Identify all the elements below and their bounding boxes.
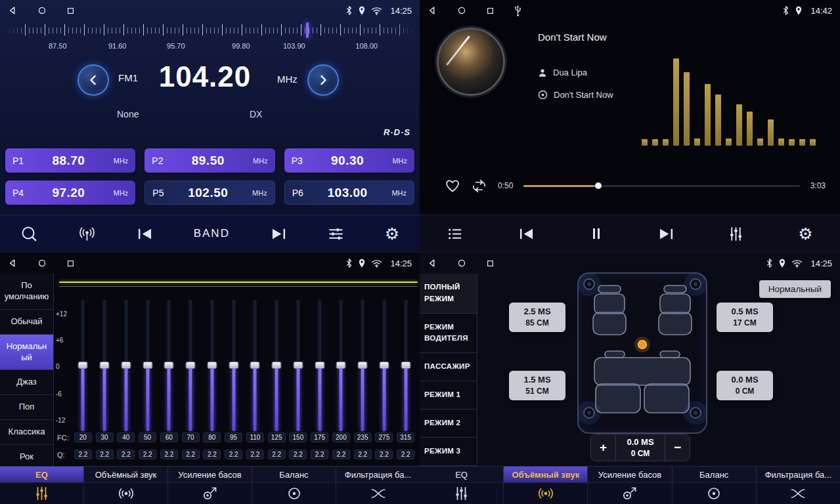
back-icon[interactable] (428, 5, 437, 16)
band-button[interactable]: BAND (194, 227, 230, 240)
preset-button-p6[interactable]: P6103.00MHz (284, 180, 414, 205)
slider-handle[interactable] (186, 362, 196, 369)
eq-band-slider-7[interactable] (223, 300, 244, 431)
slider-handle[interactable] (358, 362, 368, 369)
preset-button-p2[interactable]: P289.50MHz (144, 148, 275, 173)
eq-band-slider-1[interactable] (94, 300, 116, 431)
eq-band-slider-12[interactable] (330, 300, 352, 431)
preset-button-p4[interactable]: P497.20MHz (5, 180, 135, 205)
mode-item-5[interactable]: РЕЖИМ 3 (420, 438, 477, 466)
eq-preset-item-0[interactable]: По умолчанию (0, 274, 53, 310)
frequency-pointer[interactable] (306, 22, 309, 38)
recents-icon[interactable] (66, 259, 75, 268)
eq-band-slider-9[interactable] (266, 300, 288, 431)
filter-icon[interactable] (336, 483, 420, 504)
sound-preset-button[interactable]: Нормальный (759, 280, 831, 298)
delay-minus-button[interactable]: − (665, 434, 690, 461)
repeat-icon[interactable] (471, 178, 487, 194)
eq-band-slider-8[interactable] (244, 300, 266, 431)
bass-icon[interactable] (168, 483, 252, 504)
eq-preset-item-5[interactable]: Классика (0, 420, 53, 445)
playlist-icon[interactable] (447, 226, 464, 242)
delay-plus-button[interactable]: + (591, 434, 616, 461)
frequency-ruler[interactable] (5, 24, 414, 41)
eq-band-slider-2[interactable] (116, 300, 137, 431)
tab-filter[interactable]: Фильтрация ба... (757, 467, 840, 482)
slider-handle[interactable] (121, 362, 131, 369)
tab-surround[interactable]: Объёмный звук (84, 467, 168, 482)
listener-position-dot[interactable] (634, 337, 650, 352)
delay-rear-left[interactable]: 1.5 MS 51 CM (509, 371, 565, 400)
eq-preset-item-1[interactable]: Обычай (0, 310, 53, 335)
mode-item-4[interactable]: РЕЖИМ 2 (420, 410, 477, 438)
balance-icon[interactable] (673, 483, 757, 504)
previous-icon[interactable] (518, 227, 535, 241)
home-icon[interactable] (457, 6, 466, 15)
slider-handle[interactable] (143, 362, 152, 369)
eq-band-slider-6[interactable] (202, 300, 223, 431)
surround-icon[interactable] (504, 483, 588, 504)
preset-button-p1[interactable]: P188.70MHz (5, 148, 135, 173)
filter-icon[interactable] (757, 483, 840, 504)
mode-item-1[interactable]: РЕЖИМ ВОДИТЕЛЯ (420, 314, 477, 354)
home-icon[interactable] (37, 6, 47, 15)
eq-icon[interactable] (0, 483, 84, 504)
recents-icon[interactable] (486, 7, 495, 15)
mode-item-2[interactable]: ПАССАЖИР (420, 353, 477, 381)
mode-item-3[interactable]: РЕЖИМ 1 (420, 381, 477, 410)
slider-handle[interactable] (229, 362, 238, 369)
preset-button-p3[interactable]: P390.30MHz (284, 148, 414, 173)
back-icon[interactable] (8, 258, 18, 268)
favorite-icon[interactable] (445, 178, 460, 193)
eq-preset-item-3[interactable]: Джаз (0, 370, 53, 395)
recents-icon[interactable] (66, 7, 75, 15)
eq-band-slider-0[interactable] (72, 300, 94, 431)
eq-band-slider-14[interactable] (374, 300, 395, 431)
scan-icon[interactable] (20, 225, 37, 242)
eq-band-slider-11[interactable] (309, 300, 330, 431)
mode-item-0[interactable]: ПОЛНЫЙ РЕЖИМ (420, 274, 477, 314)
tab-balance[interactable]: Баланс (673, 467, 757, 482)
preset-button-p5[interactable]: P5102.50MHz (144, 180, 275, 205)
slider-handle[interactable] (100, 362, 110, 369)
slider-handle[interactable] (315, 362, 324, 369)
surround-icon[interactable] (84, 483, 168, 504)
delay-front-left[interactable]: 2.5 MS 85 CM (509, 303, 565, 332)
tune-up-button[interactable] (307, 64, 339, 96)
progress-knob[interactable] (595, 182, 602, 189)
previous-icon[interactable] (137, 227, 153, 241)
eq-band-slider-3[interactable] (137, 300, 158, 431)
equalizer-icon[interactable] (328, 226, 344, 242)
pause-icon[interactable] (589, 226, 604, 241)
broadcast-icon[interactable] (78, 226, 96, 242)
tune-down-button[interactable] (77, 64, 109, 96)
eq-band-slider-13[interactable] (352, 300, 374, 431)
next-icon[interactable] (271, 227, 287, 241)
slider-handle[interactable] (379, 362, 389, 369)
slider-handle[interactable] (250, 362, 260, 369)
mixer-icon[interactable] (728, 226, 743, 242)
eq-preset-item-2[interactable]: Нормальный (0, 335, 53, 371)
eq-band-slider-10[interactable] (288, 300, 309, 431)
back-icon[interactable] (428, 258, 437, 268)
back-icon[interactable] (8, 5, 18, 16)
tab-filter[interactable]: Фильтрация ба... (336, 467, 420, 482)
tab-surround[interactable]: Объёмный звук (504, 467, 588, 482)
slider-handle[interactable] (401, 362, 410, 369)
slider-handle[interactable] (78, 362, 88, 369)
tab-balance[interactable]: Баланс (252, 467, 336, 482)
settings-icon[interactable]: ⚙ (798, 226, 812, 242)
home-icon[interactable] (37, 259, 47, 268)
eq-band-slider-4[interactable] (158, 300, 180, 431)
eq-band-slider-15[interactable] (395, 300, 416, 431)
tab-bass[interactable]: Усиление басов (168, 467, 252, 482)
eq-icon[interactable] (420, 483, 504, 504)
balance-icon[interactable] (252, 483, 336, 504)
slider-handle[interactable] (293, 362, 303, 369)
home-icon[interactable] (457, 259, 466, 268)
eq-preset-item-4[interactable]: Поп (0, 395, 53, 420)
recents-icon[interactable] (486, 259, 495, 268)
next-icon[interactable] (658, 227, 674, 241)
bass-icon[interactable] (588, 483, 672, 504)
slider-handle[interactable] (164, 362, 174, 369)
